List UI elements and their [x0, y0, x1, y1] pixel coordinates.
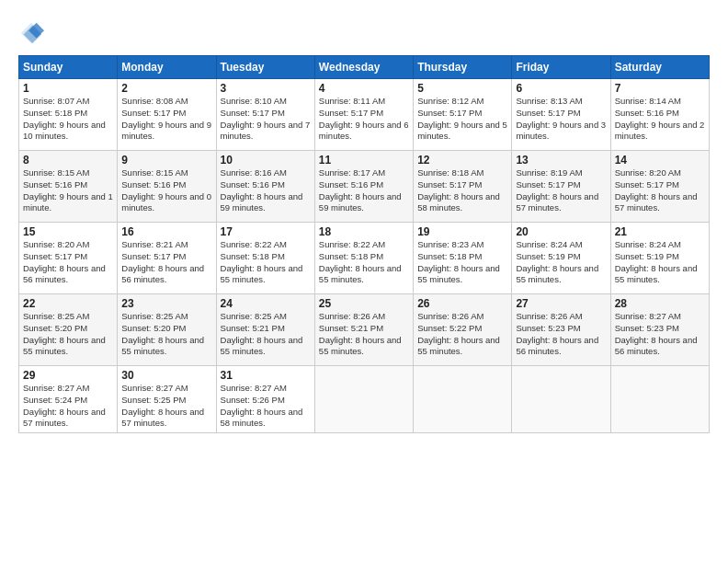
day-number: 24	[221, 297, 311, 310]
day-number: 28	[615, 297, 705, 310]
day-number: 30	[121, 369, 211, 382]
table-row: 3 Sunrise: 8:10 AM Sunset: 5:17 PM Dayli…	[216, 79, 314, 151]
day-number: 6	[516, 82, 606, 95]
table-row: 7 Sunrise: 8:14 AM Sunset: 5:16 PM Dayli…	[610, 79, 709, 151]
table-row: 22 Sunrise: 8:25 AM Sunset: 5:20 PM Dayl…	[19, 294, 118, 366]
calendar-table: Sunday Monday Tuesday Wednesday Thursday…	[18, 55, 710, 433]
header-sunday: Sunday	[19, 56, 118, 79]
table-row: 28 Sunrise: 8:27 AM Sunset: 5:23 PM Dayl…	[610, 294, 709, 366]
header-monday: Monday	[118, 56, 216, 79]
day-number: 7	[615, 82, 705, 95]
day-info: Sunrise: 8:20 AM Sunset: 5:17 PM Dayligh…	[23, 239, 113, 286]
day-info: Sunrise: 8:08 AM Sunset: 5:17 PM Dayligh…	[121, 96, 211, 143]
day-number: 17	[221, 225, 311, 238]
day-info: Sunrise: 8:10 AM Sunset: 5:17 PM Dayligh…	[221, 96, 311, 143]
table-row: 18 Sunrise: 8:22 AM Sunset: 5:18 PM Dayl…	[314, 223, 413, 294]
day-number: 25	[319, 297, 409, 310]
day-info: Sunrise: 8:26 AM Sunset: 5:23 PM Dayligh…	[516, 311, 606, 358]
day-info: Sunrise: 8:27 AM Sunset: 5:26 PM Dayligh…	[221, 383, 311, 430]
table-row: 1 Sunrise: 8:07 AM Sunset: 5:18 PM Dayli…	[19, 79, 118, 151]
header-saturday: Saturday	[610, 56, 709, 79]
day-number: 23	[121, 297, 211, 310]
table-row: 19 Sunrise: 8:23 AM Sunset: 5:18 PM Dayl…	[414, 223, 512, 294]
day-info: Sunrise: 8:27 AM Sunset: 5:23 PM Dayligh…	[615, 311, 705, 358]
logo-icon	[18, 20, 44, 46]
header-thursday: Thursday	[414, 56, 512, 79]
table-row: 12 Sunrise: 8:18 AM Sunset: 5:17 PM Dayl…	[414, 151, 512, 223]
table-row: 8 Sunrise: 8:15 AM Sunset: 5:16 PM Dayli…	[19, 151, 118, 223]
table-row: 25 Sunrise: 8:26 AM Sunset: 5:21 PM Dayl…	[314, 294, 413, 366]
table-row: 24 Sunrise: 8:25 AM Sunset: 5:21 PM Dayl…	[216, 294, 314, 366]
table-row: 27 Sunrise: 8:26 AM Sunset: 5:23 PM Dayl…	[512, 294, 610, 366]
day-info: Sunrise: 8:27 AM Sunset: 5:24 PM Dayligh…	[23, 383, 113, 430]
page-header	[18, 17, 710, 46]
day-number: 12	[417, 154, 507, 167]
day-number: 21	[615, 225, 705, 238]
header-friday: Friday	[512, 56, 610, 79]
day-info: Sunrise: 8:07 AM Sunset: 5:18 PM Dayligh…	[23, 96, 113, 143]
table-row: 5 Sunrise: 8:12 AM Sunset: 5:17 PM Dayli…	[414, 79, 512, 151]
table-row	[610, 366, 709, 433]
day-info: Sunrise: 8:18 AM Sunset: 5:17 PM Dayligh…	[417, 167, 507, 214]
day-info: Sunrise: 8:26 AM Sunset: 5:22 PM Dayligh…	[417, 311, 507, 358]
calendar-page: Sunday Monday Tuesday Wednesday Thursday…	[0, 0, 728, 563]
table-row: 30 Sunrise: 8:27 AM Sunset: 5:25 PM Dayl…	[118, 366, 216, 433]
day-info: Sunrise: 8:13 AM Sunset: 5:17 PM Dayligh…	[516, 96, 606, 143]
logo	[18, 20, 48, 46]
table-row	[414, 366, 512, 433]
table-row: 11 Sunrise: 8:17 AM Sunset: 5:16 PM Dayl…	[314, 151, 413, 223]
day-info: Sunrise: 8:16 AM Sunset: 5:16 PM Dayligh…	[221, 167, 311, 214]
day-info: Sunrise: 8:15 AM Sunset: 5:16 PM Dayligh…	[121, 167, 211, 214]
day-number: 4	[319, 82, 409, 95]
table-row: 9 Sunrise: 8:15 AM Sunset: 5:16 PM Dayli…	[118, 151, 216, 223]
day-number: 29	[23, 369, 113, 382]
table-row: 21 Sunrise: 8:24 AM Sunset: 5:19 PM Dayl…	[610, 223, 709, 294]
day-info: Sunrise: 8:26 AM Sunset: 5:21 PM Dayligh…	[319, 311, 409, 358]
day-number: 15	[23, 225, 113, 238]
table-row	[314, 366, 413, 433]
day-info: Sunrise: 8:14 AM Sunset: 5:16 PM Dayligh…	[615, 96, 705, 143]
day-info: Sunrise: 8:17 AM Sunset: 5:16 PM Dayligh…	[319, 167, 409, 214]
day-number: 8	[23, 154, 113, 167]
day-number: 16	[121, 225, 211, 238]
day-info: Sunrise: 8:11 AM Sunset: 5:17 PM Dayligh…	[319, 96, 409, 143]
header-tuesday: Tuesday	[216, 56, 314, 79]
table-row: 20 Sunrise: 8:24 AM Sunset: 5:19 PM Dayl…	[512, 223, 610, 294]
table-row: 16 Sunrise: 8:21 AM Sunset: 5:17 PM Dayl…	[118, 223, 216, 294]
table-row: 14 Sunrise: 8:20 AM Sunset: 5:17 PM Dayl…	[610, 151, 709, 223]
day-info: Sunrise: 8:27 AM Sunset: 5:25 PM Dayligh…	[121, 383, 211, 430]
day-number: 11	[319, 154, 409, 167]
day-number: 19	[417, 225, 507, 238]
day-number: 31	[221, 369, 311, 382]
day-number: 10	[221, 154, 311, 167]
day-number: 1	[23, 82, 113, 95]
day-info: Sunrise: 8:19 AM Sunset: 5:17 PM Dayligh…	[516, 167, 606, 214]
table-row: 26 Sunrise: 8:26 AM Sunset: 5:22 PM Dayl…	[414, 294, 512, 366]
day-info: Sunrise: 8:12 AM Sunset: 5:17 PM Dayligh…	[417, 96, 507, 143]
day-number: 22	[23, 297, 113, 310]
day-info: Sunrise: 8:21 AM Sunset: 5:17 PM Dayligh…	[121, 239, 211, 286]
day-info: Sunrise: 8:25 AM Sunset: 5:20 PM Dayligh…	[121, 311, 211, 358]
table-row: 10 Sunrise: 8:16 AM Sunset: 5:16 PM Dayl…	[216, 151, 314, 223]
day-info: Sunrise: 8:25 AM Sunset: 5:20 PM Dayligh…	[23, 311, 113, 358]
day-number: 27	[516, 297, 606, 310]
table-row: 15 Sunrise: 8:20 AM Sunset: 5:17 PM Dayl…	[19, 223, 118, 294]
day-number: 18	[319, 225, 409, 238]
day-info: Sunrise: 8:22 AM Sunset: 5:18 PM Dayligh…	[221, 239, 311, 286]
day-number: 20	[516, 225, 606, 238]
table-row: 6 Sunrise: 8:13 AM Sunset: 5:17 PM Dayli…	[512, 79, 610, 151]
table-row: 23 Sunrise: 8:25 AM Sunset: 5:20 PM Dayl…	[118, 294, 216, 366]
day-info: Sunrise: 8:25 AM Sunset: 5:21 PM Dayligh…	[221, 311, 311, 358]
day-info: Sunrise: 8:24 AM Sunset: 5:19 PM Dayligh…	[516, 239, 606, 286]
table-row: 4 Sunrise: 8:11 AM Sunset: 5:17 PM Dayli…	[314, 79, 413, 151]
calendar-header-row: Sunday Monday Tuesday Wednesday Thursday…	[19, 56, 710, 79]
table-row: 17 Sunrise: 8:22 AM Sunset: 5:18 PM Dayl…	[216, 223, 314, 294]
day-number: 26	[417, 297, 507, 310]
table-row: 13 Sunrise: 8:19 AM Sunset: 5:17 PM Dayl…	[512, 151, 610, 223]
day-number: 5	[417, 82, 507, 95]
day-number: 2	[121, 82, 211, 95]
table-row: 2 Sunrise: 8:08 AM Sunset: 5:17 PM Dayli…	[118, 79, 216, 151]
day-number: 14	[615, 154, 705, 167]
day-info: Sunrise: 8:15 AM Sunset: 5:16 PM Dayligh…	[23, 167, 113, 214]
table-row: 31 Sunrise: 8:27 AM Sunset: 5:26 PM Dayl…	[216, 366, 314, 433]
